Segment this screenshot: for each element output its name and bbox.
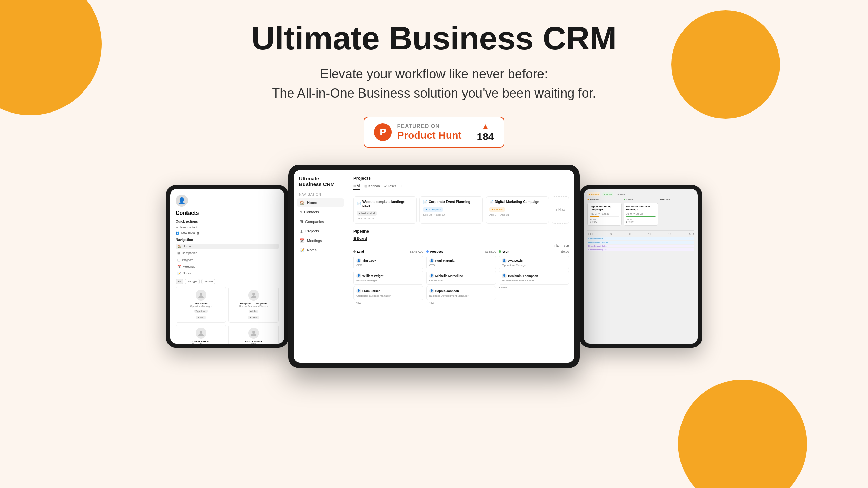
- kanban-col-archive: Archive: [660, 198, 694, 227]
- crm-sidebar: Ultimate Business CRM Navigation 🏠 Home …: [294, 170, 348, 363]
- nav-contacts[interactable]: ○ Contacts: [297, 208, 344, 217]
- product-hunt-badge[interactable]: P FEATURED ON Product Hunt ▲ 184: [364, 117, 504, 148]
- tab-tasks[interactable]: ✓ Tasks: [384, 184, 396, 190]
- svg-point-2: [200, 331, 202, 333]
- companies-icon: ⊞: [300, 219, 303, 224]
- kanban-archive-title: Archive: [660, 198, 694, 201]
- won-label: Won: [499, 250, 509, 253]
- sophia-role: Business Development Manager: [429, 294, 493, 297]
- add-won-btn[interactable]: + New: [499, 286, 569, 289]
- companies-nav-label: Companies: [305, 220, 324, 224]
- filter-by-type[interactable]: By Type: [185, 279, 200, 284]
- projects-label: Projects: [182, 258, 193, 262]
- benjamin-name: Benjamin Thompson: [231, 302, 276, 305]
- tablet-center-screen: Ultimate Business CRM Navigation 🏠 Home …: [294, 170, 574, 363]
- contact-ava-pipeline[interactable]: 👤 Ava Lewis Operations Manager: [499, 256, 569, 269]
- group-icon: 👥: [176, 231, 179, 235]
- meetings-icon: 📅: [300, 238, 305, 243]
- contact-tile-benjamin[interactable]: Benjamin Thompson Human Resources Direct…: [228, 287, 279, 323]
- kanban-notion-view[interactable]: ▶ View: [626, 221, 655, 223]
- cal-date-1: Jul 1: [587, 233, 593, 236]
- pipeline-section: Pipeline ⊞ Board Filter Sort: [353, 229, 569, 304]
- tablet-left-screen: 👤 Contacts Quick actions ＋ New contact 👥…: [170, 189, 284, 344]
- new-project-card[interactable]: + New: [552, 196, 569, 224]
- project-website-status: ● Not started: [357, 211, 377, 216]
- new-contact-action[interactable]: ＋ New contact: [176, 225, 279, 230]
- contact-liam[interactable]: 👤 Liam Parker Customer Success Manager: [353, 286, 423, 300]
- new-meeting-action[interactable]: 👥 New meeting: [176, 231, 279, 235]
- cal-bar-2: Digital Marketing Cam...: [587, 241, 694, 244]
- nav-meetings[interactable]: 📅 Meetings: [297, 236, 344, 245]
- contact-putri-pipeline[interactable]: 👤 Putri Karunia CTO: [426, 256, 496, 269]
- svg-point-0: [200, 293, 202, 296]
- contact-tile-putri[interactable]: Putri Karunia CTO Typedown Collaboration: [228, 325, 279, 344]
- cal-date-4: 11: [648, 233, 651, 236]
- project-card-website[interactable]: 📄 Website template landings page ● Not s…: [353, 196, 417, 224]
- contact-benjamin-pipeline[interactable]: 👤 Benjamin Thompson Human Resources Dire…: [499, 271, 569, 285]
- cal-date-2: 5: [610, 233, 612, 236]
- contact-tile-oliver[interactable]: Oliver Parker Project Manager Adobe ● We…: [176, 325, 226, 344]
- cal-bar-4: Social Marketing Ca...: [587, 248, 694, 251]
- navigation-label: Navigation: [297, 192, 344, 196]
- add-lead-btn[interactable]: + New: [353, 301, 423, 304]
- kanban-digital-percent: 33.3%: [590, 218, 619, 221]
- add-prospect-btn[interactable]: + New: [426, 301, 496, 304]
- doc-icon-3: 📄: [489, 200, 493, 204]
- pipeline-tab-board[interactable]: ⊞ Board: [353, 237, 367, 241]
- filter-label[interactable]: Filter: [554, 244, 560, 247]
- contact-tim[interactable]: 👤 Tim Cook CEO: [353, 256, 423, 269]
- contacts-nav-companies[interactable]: ⊞ Companies: [176, 250, 279, 256]
- tab-all[interactable]: ⊞ All: [353, 184, 360, 190]
- contacts-nav-notes[interactable]: 📝 Notes: [176, 271, 279, 276]
- user-avatar: 👤: [176, 195, 188, 207]
- meetings-label: Meetings: [183, 265, 195, 268]
- contacts-nav-home[interactable]: 🏠 Home: [176, 244, 279, 249]
- project-cards: 📄 Website template landings page ● Not s…: [353, 196, 569, 224]
- putri-pipeline-role: CTO: [429, 264, 493, 267]
- contact-tile-ava[interactable]: Ava Lewis Operations Manager Typedown ● …: [176, 287, 226, 323]
- contacts-title: Contacts: [176, 210, 279, 216]
- pipeline-columns: Lead $5,467.00 👤 Tim Cook: [353, 250, 569, 304]
- kanban-digital-progress-fill: [590, 216, 599, 217]
- quick-actions-label: Quick actions: [176, 220, 279, 223]
- project-card-corporate[interactable]: 📄 Corporate Event Planning ● In progress…: [419, 196, 483, 224]
- nav-companies[interactable]: ⊞ Companies: [297, 217, 344, 226]
- liam-role: Customer Success Manager: [356, 294, 420, 297]
- oliver-name: Oliver Parker: [179, 340, 223, 343]
- won-col-header: Won $0.00: [499, 250, 569, 253]
- contact-michelle[interactable]: 👤 Michelle Marcelline Co-Founder: [426, 271, 496, 285]
- filter-all[interactable]: All: [176, 279, 183, 284]
- putri-role: CTO: [231, 343, 276, 344]
- tab-add[interactable]: +: [400, 184, 402, 190]
- projects-nav-label: Projects: [305, 229, 319, 233]
- contact-william[interactable]: 👤 William Wright Product Manager: [353, 271, 423, 285]
- ava-won-avatar: 👤: [502, 258, 507, 263]
- benjamin-role: Human Resources Director: [231, 305, 276, 307]
- sort-label[interactable]: Sort: [563, 244, 569, 247]
- project-corporate-status: ● In progress: [423, 207, 443, 212]
- filter-archive[interactable]: Archive: [201, 279, 215, 284]
- liam-avatar-icon: 👤: [356, 289, 361, 293]
- cal-date-3: 8: [629, 233, 631, 236]
- projects-section-title: Projects: [353, 176, 569, 181]
- cal-bar-1: Search Potential C...: [587, 237, 694, 240]
- kanban-columns: ● Review Digital Marketing Campaign Aug …: [587, 198, 694, 227]
- nav-projects[interactable]: ◫ Projects: [297, 227, 344, 236]
- kanban-digital-view[interactable]: ▶ View: [590, 221, 619, 223]
- home-label: Home: [183, 245, 191, 248]
- nav-notes[interactable]: 📝 Notes: [297, 246, 344, 255]
- kanban-card-notion[interactable]: Notion Workspace Redesign Jul 6 → Jul 28…: [624, 203, 658, 226]
- kanban-notion-progress-bar: [626, 216, 655, 217]
- kanban-card-digital[interactable]: Digital Marketing Campaign Aug 3 → Aug 3…: [587, 203, 622, 226]
- contacts-nav-projects[interactable]: ◫ Projects: [176, 257, 279, 263]
- michelle-name: 👤 Michelle Marcelline: [429, 273, 493, 278]
- notes-icon-left: 📝: [177, 272, 181, 275]
- prospect-dot: [426, 250, 429, 253]
- tab-kanban[interactable]: ⊟ Kanban: [364, 184, 380, 190]
- sophia-avatar: 👤: [429, 289, 434, 293]
- nav-home[interactable]: 🏠 Home: [297, 198, 344, 207]
- contact-sophia[interactable]: 👤 Sophia Johnson Business Development Ma…: [426, 286, 496, 300]
- kanban-review-title: ● Review: [587, 198, 622, 201]
- contacts-nav-meetings[interactable]: 📅 Meetings: [176, 264, 279, 269]
- project-card-digital[interactable]: 📄 Digital Marketing Campaign ● Review Au…: [486, 196, 549, 224]
